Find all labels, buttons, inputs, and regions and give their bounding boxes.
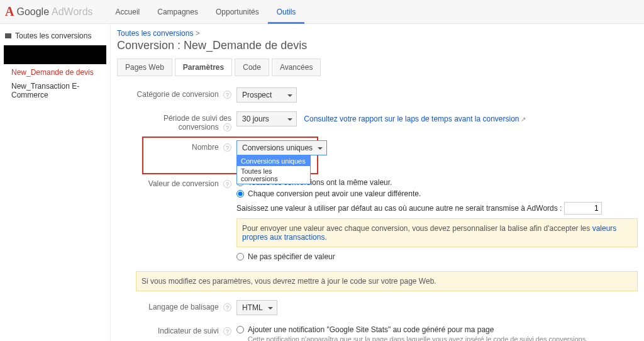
label-window: Période de suivi des conversions ? bbox=[136, 111, 236, 131]
logo-icon: A bbox=[5, 4, 14, 19]
option-all[interactable]: Toutes les conversions bbox=[237, 166, 310, 184]
dropdown-count: Conversions uniques Toutes les conversio… bbox=[236, 155, 311, 184]
tab-parametres[interactable]: Paramètres bbox=[175, 59, 232, 76]
nav-opportunities[interactable]: Opportunités bbox=[207, 0, 268, 24]
tabs: Pages Web Paramètres Code Avancées bbox=[117, 59, 638, 76]
radio-no-input[interactable] bbox=[236, 253, 244, 260]
radio-add-input[interactable] bbox=[236, 326, 244, 333]
logo-adwords: AdWords bbox=[52, 6, 93, 18]
nav-home[interactable]: Accueil bbox=[107, 0, 149, 24]
folder-icon bbox=[5, 33, 11, 38]
help-icon[interactable]: ? bbox=[223, 327, 231, 335]
top-header: A Google AdWords Accueil Campagnes Oppor… bbox=[0, 0, 644, 24]
help-icon[interactable]: ? bbox=[223, 180, 231, 188]
nav-campaigns[interactable]: Campagnes bbox=[148, 0, 207, 24]
page-title: Conversion : New_Demande de devis bbox=[117, 39, 638, 52]
label-count: Nombre bbox=[192, 143, 219, 152]
tab-pages-web[interactable]: Pages Web bbox=[117, 59, 172, 76]
option-unique[interactable]: Conversions uniques bbox=[237, 156, 310, 166]
radio-diff-input[interactable] bbox=[236, 190, 244, 198]
tab-avancees[interactable]: Avancées bbox=[272, 59, 321, 76]
radio-no-value[interactable]: Ne pas spécifier de valeur bbox=[236, 251, 638, 262]
radio-add-notif[interactable]: Ajouter une notification "Google Site St… bbox=[236, 324, 638, 335]
nav-tools[interactable]: Outils bbox=[268, 0, 305, 24]
help-icon[interactable]: ? bbox=[223, 143, 231, 152]
help-icon[interactable]: ? bbox=[223, 303, 231, 311]
label-markup: Langage de balisage ? bbox=[136, 300, 236, 315]
info-code-update: Si vous modifiez ces paramètres, vous de… bbox=[136, 271, 638, 291]
default-value-prompt: Saisissez une valeur à utiliser par défa… bbox=[236, 204, 562, 213]
label-value: Valeur de conversion ? bbox=[136, 177, 236, 262]
info-transaction-values: Pour envoyer une valeur avec chaque conv… bbox=[236, 218, 638, 247]
sidebar-item-transaction[interactable]: New_Transaction E-Commerce bbox=[0, 79, 110, 102]
logo: A Google AdWords bbox=[5, 4, 93, 19]
help-icon[interactable]: ? bbox=[223, 91, 231, 99]
logo-google: Google bbox=[16, 6, 49, 18]
sidebar: Toutes les conversions New_Demande de de… bbox=[0, 24, 111, 341]
select-category[interactable]: Prospect bbox=[236, 87, 297, 103]
select-window[interactable]: 30 jours bbox=[236, 111, 297, 126]
select-count[interactable]: Conversions uniques bbox=[236, 140, 327, 155]
breadcrumb-sep: > bbox=[196, 29, 200, 38]
account-redacted bbox=[4, 45, 106, 64]
breadcrumb: Toutes les conversions > bbox=[117, 29, 638, 38]
default-value-input[interactable] bbox=[564, 202, 602, 215]
link-report[interactable]: Consultez votre rapport sur le laps de t… bbox=[304, 115, 526, 123]
radio-diff-value[interactable]: Chaque conversion peut avoir une valeur … bbox=[236, 188, 638, 199]
select-markup[interactable]: HTML bbox=[236, 300, 277, 315]
top-nav: Accueil Campagnes Opportunités Outils bbox=[107, 0, 305, 24]
sidebar-all-conversions: Toutes les conversions bbox=[15, 31, 91, 40]
note-add-notif: Cette notification n'apparaîtra que sur … bbox=[248, 335, 638, 341]
label-category: Catégorie de conversion ? bbox=[136, 87, 236, 103]
help-icon[interactable]: ? bbox=[223, 123, 231, 131]
sidebar-header[interactable]: Toutes les conversions bbox=[0, 29, 110, 44]
label-indicator: Indicateur de suivi ? bbox=[136, 324, 236, 341]
breadcrumb-root[interactable]: Toutes les conversions bbox=[117, 29, 193, 38]
sidebar-item-demande[interactable]: New_Demande de devis bbox=[0, 65, 110, 79]
tab-code[interactable]: Code bbox=[235, 59, 269, 76]
main: Toutes les conversions > Conversion : Ne… bbox=[111, 24, 644, 341]
